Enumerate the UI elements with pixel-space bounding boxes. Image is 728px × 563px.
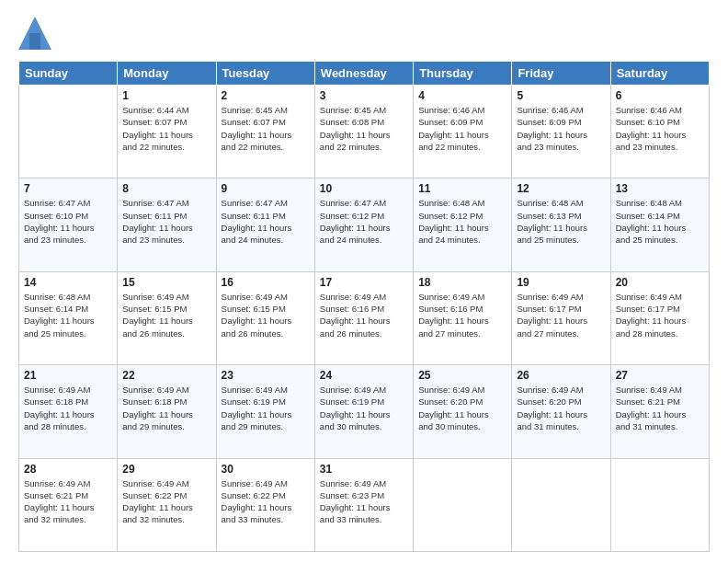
day-info: Sunrise: 6:48 AM Sunset: 6:13 PM Dayligh… [517, 197, 605, 246]
day-cell: 4Sunrise: 6:46 AM Sunset: 6:09 PM Daylig… [414, 86, 512, 178]
day-number: 12 [517, 182, 605, 195]
day-number: 11 [418, 182, 506, 195]
header-cell-tuesday: Tuesday [216, 62, 314, 86]
day-cell: 6Sunrise: 6:46 AM Sunset: 6:10 PM Daylig… [610, 86, 709, 178]
day-info: Sunrise: 6:47 AM Sunset: 6:11 PM Dayligh… [122, 197, 210, 246]
header-cell-sunday: Sunday [19, 62, 118, 86]
day-info: Sunrise: 6:49 AM Sunset: 6:17 PM Dayligh… [616, 291, 704, 339]
day-info: Sunrise: 6:45 AM Sunset: 6:08 PM Dayligh… [320, 104, 408, 153]
day-cell: 20Sunrise: 6:49 AM Sunset: 6:17 PM Dayli… [610, 271, 709, 364]
day-cell: 13Sunrise: 6:48 AM Sunset: 6:14 PM Dayli… [610, 178, 709, 271]
svg-rect-2 [29, 33, 40, 50]
day-cell: 19Sunrise: 6:49 AM Sunset: 6:17 PM Dayli… [512, 271, 610, 364]
day-number: 29 [122, 463, 210, 476]
day-info: Sunrise: 6:49 AM Sunset: 6:15 PM Dayligh… [222, 291, 310, 339]
day-cell: 11Sunrise: 6:48 AM Sunset: 6:12 PM Dayli… [414, 178, 512, 271]
day-cell: 30Sunrise: 6:49 AM Sunset: 6:22 PM Dayli… [216, 458, 314, 551]
day-info: Sunrise: 6:49 AM Sunset: 6:18 PM Dayligh… [122, 384, 210, 432]
day-number: 25 [418, 369, 506, 382]
day-info: Sunrise: 6:46 AM Sunset: 6:09 PM Dayligh… [418, 104, 506, 153]
day-cell [414, 458, 512, 551]
day-number: 4 [418, 89, 506, 102]
day-number: 21 [24, 369, 112, 382]
day-number: 24 [320, 369, 408, 382]
day-info: Sunrise: 6:49 AM Sunset: 6:19 PM Dayligh… [320, 384, 408, 432]
calendar-table: SundayMondayTuesdayWednesdayThursdayFrid… [18, 61, 710, 552]
day-info: Sunrise: 6:49 AM Sunset: 6:16 PM Dayligh… [418, 291, 506, 339]
day-info: Sunrise: 6:48 AM Sunset: 6:12 PM Dayligh… [418, 197, 506, 246]
day-cell: 23Sunrise: 6:49 AM Sunset: 6:19 PM Dayli… [216, 365, 314, 458]
header-cell-thursday: Thursday [414, 62, 512, 86]
day-number: 7 [24, 182, 112, 195]
day-cell [19, 86, 118, 178]
header-cell-wednesday: Wednesday [314, 62, 413, 86]
week-row-3: 14Sunrise: 6:48 AM Sunset: 6:14 PM Dayli… [19, 271, 710, 364]
day-number: 3 [320, 89, 408, 102]
day-info: Sunrise: 6:47 AM Sunset: 6:12 PM Dayligh… [320, 197, 408, 246]
day-cell: 18Sunrise: 6:49 AM Sunset: 6:16 PM Dayli… [414, 271, 512, 364]
day-info: Sunrise: 6:49 AM Sunset: 6:16 PM Dayligh… [320, 291, 408, 339]
day-cell: 7Sunrise: 6:47 AM Sunset: 6:10 PM Daylig… [19, 178, 118, 271]
day-number: 1 [122, 89, 210, 102]
day-number: 27 [616, 369, 704, 382]
calendar-body: 1Sunrise: 6:44 AM Sunset: 6:07 PM Daylig… [19, 86, 710, 552]
day-info: Sunrise: 6:48 AM Sunset: 6:14 PM Dayligh… [24, 291, 112, 339]
header-cell-saturday: Saturday [610, 62, 709, 86]
day-number: 17 [320, 276, 408, 289]
day-info: Sunrise: 6:48 AM Sunset: 6:14 PM Dayligh… [616, 197, 704, 246]
day-info: Sunrise: 6:47 AM Sunset: 6:11 PM Dayligh… [222, 197, 310, 246]
day-cell [610, 458, 709, 551]
day-number: 16 [222, 276, 310, 289]
day-info: Sunrise: 6:49 AM Sunset: 6:20 PM Dayligh… [418, 384, 506, 432]
day-cell: 31Sunrise: 6:49 AM Sunset: 6:23 PM Dayli… [314, 458, 413, 551]
day-cell: 24Sunrise: 6:49 AM Sunset: 6:19 PM Dayli… [314, 365, 413, 458]
day-cell: 29Sunrise: 6:49 AM Sunset: 6:22 PM Dayli… [118, 458, 216, 551]
day-cell: 21Sunrise: 6:49 AM Sunset: 6:18 PM Dayli… [19, 365, 118, 458]
day-cell: 3Sunrise: 6:45 AM Sunset: 6:08 PM Daylig… [314, 86, 413, 178]
day-info: Sunrise: 6:49 AM Sunset: 6:20 PM Dayligh… [517, 384, 605, 432]
day-info: Sunrise: 6:49 AM Sunset: 6:17 PM Dayligh… [517, 291, 605, 339]
day-info: Sunrise: 6:46 AM Sunset: 6:10 PM Dayligh… [616, 104, 704, 153]
week-row-1: 1Sunrise: 6:44 AM Sunset: 6:07 PM Daylig… [19, 86, 710, 178]
day-number: 8 [122, 182, 210, 195]
day-number: 14 [24, 276, 112, 289]
day-number: 30 [222, 463, 310, 476]
day-cell: 26Sunrise: 6:49 AM Sunset: 6:20 PM Dayli… [512, 365, 610, 458]
day-cell: 17Sunrise: 6:49 AM Sunset: 6:16 PM Dayli… [314, 271, 413, 364]
week-row-5: 28Sunrise: 6:49 AM Sunset: 6:21 PM Dayli… [19, 458, 710, 551]
day-cell: 2Sunrise: 6:45 AM Sunset: 6:07 PM Daylig… [216, 86, 314, 178]
day-info: Sunrise: 6:46 AM Sunset: 6:09 PM Dayligh… [517, 104, 605, 153]
day-cell: 1Sunrise: 6:44 AM Sunset: 6:07 PM Daylig… [118, 86, 216, 178]
logo [18, 15, 53, 52]
day-cell: 27Sunrise: 6:49 AM Sunset: 6:21 PM Dayli… [610, 365, 709, 458]
day-info: Sunrise: 6:45 AM Sunset: 6:07 PM Dayligh… [222, 104, 310, 153]
header-cell-monday: Monday [118, 62, 216, 86]
day-cell [512, 458, 610, 551]
day-number: 19 [517, 276, 605, 289]
day-number: 5 [517, 89, 605, 102]
header [18, 15, 710, 52]
logo-icon [18, 15, 51, 52]
page: SundayMondayTuesdayWednesdayThursdayFrid… [0, 0, 728, 563]
day-cell: 15Sunrise: 6:49 AM Sunset: 6:15 PM Dayli… [118, 271, 216, 364]
day-number: 26 [517, 369, 605, 382]
day-number: 2 [222, 89, 310, 102]
day-number: 15 [122, 276, 210, 289]
day-number: 22 [122, 369, 210, 382]
day-number: 18 [418, 276, 506, 289]
day-cell: 8Sunrise: 6:47 AM Sunset: 6:11 PM Daylig… [118, 178, 216, 271]
header-row: SundayMondayTuesdayWednesdayThursdayFrid… [19, 62, 710, 86]
day-info: Sunrise: 6:49 AM Sunset: 6:22 PM Dayligh… [222, 477, 310, 526]
day-info: Sunrise: 6:49 AM Sunset: 6:23 PM Dayligh… [320, 477, 408, 526]
day-cell: 10Sunrise: 6:47 AM Sunset: 6:12 PM Dayli… [314, 178, 413, 271]
day-cell: 5Sunrise: 6:46 AM Sunset: 6:09 PM Daylig… [512, 86, 610, 178]
day-cell: 28Sunrise: 6:49 AM Sunset: 6:21 PM Dayli… [19, 458, 118, 551]
calendar-header: SundayMondayTuesdayWednesdayThursdayFrid… [19, 62, 710, 86]
week-row-2: 7Sunrise: 6:47 AM Sunset: 6:10 PM Daylig… [19, 178, 710, 271]
day-info: Sunrise: 6:49 AM Sunset: 6:15 PM Dayligh… [122, 291, 210, 339]
day-number: 28 [24, 463, 112, 476]
day-info: Sunrise: 6:44 AM Sunset: 6:07 PM Dayligh… [122, 104, 210, 153]
day-cell: 22Sunrise: 6:49 AM Sunset: 6:18 PM Dayli… [118, 365, 216, 458]
day-number: 23 [222, 369, 310, 382]
day-cell: 16Sunrise: 6:49 AM Sunset: 6:15 PM Dayli… [216, 271, 314, 364]
